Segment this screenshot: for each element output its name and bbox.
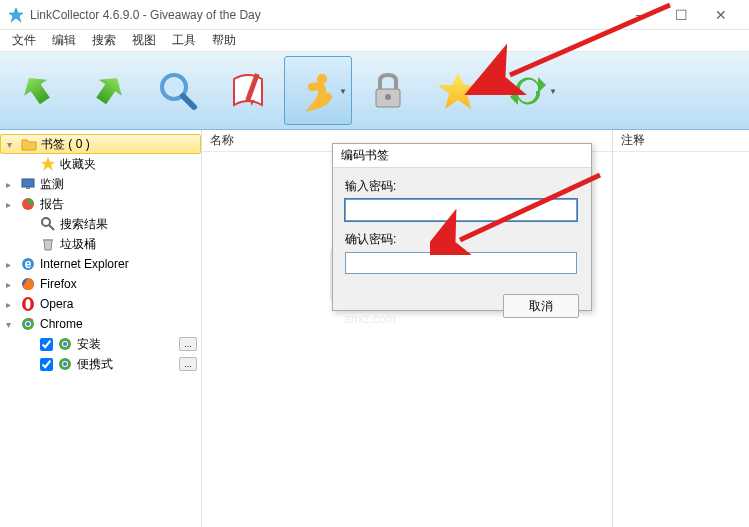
svg-rect-12 bbox=[26, 187, 30, 189]
tree-label: 便携式 bbox=[77, 356, 175, 373]
expand-icon[interactable]: ▸ bbox=[0, 259, 16, 270]
tree-label: 书签 ( 0 ) bbox=[41, 136, 196, 153]
password-dialog: 编码书签 输入密码: 确认密码: 取消 bbox=[332, 143, 592, 311]
tree-label: 报告 bbox=[40, 196, 197, 213]
toolbar-info-button[interactable]: ▼ bbox=[284, 56, 352, 125]
window-controls: ─ ☐ ✕ bbox=[621, 1, 741, 29]
menu-edit[interactable]: 编辑 bbox=[44, 30, 84, 51]
ie-icon: e bbox=[20, 256, 36, 272]
toolbar-search-button[interactable] bbox=[144, 56, 212, 125]
menubar: 文件 编辑 搜索 视图 工具 帮助 bbox=[0, 30, 749, 52]
svg-line-15 bbox=[49, 225, 54, 230]
app-icon bbox=[8, 7, 24, 23]
tree-item-monitor[interactable]: ▸ 监测 bbox=[0, 174, 201, 194]
window-title: LinkCollector 4.6.9.0 - Giveaway of the … bbox=[30, 8, 621, 22]
svg-point-30 bbox=[63, 362, 67, 366]
dialog-body: 输入密码: 确认密码: bbox=[333, 168, 591, 294]
firefox-icon bbox=[20, 276, 36, 292]
tree-item-chrome[interactable]: ▾ Chrome bbox=[0, 314, 201, 334]
toolbar-lock-button[interactable] bbox=[354, 56, 422, 125]
expand-icon[interactable]: ▸ bbox=[0, 299, 16, 310]
tree-label: Chrome bbox=[40, 317, 197, 331]
tree-label: 安装 bbox=[77, 336, 175, 353]
svg-line-3 bbox=[183, 96, 194, 107]
svg-point-27 bbox=[63, 342, 67, 346]
toolbar-export-button[interactable] bbox=[74, 56, 142, 125]
sidebar: ▾ 书签 ( 0 ) 收藏夹 ▸ 监测 ▸ 报告 bbox=[0, 130, 202, 527]
tree-item-report[interactable]: ▸ 报告 bbox=[0, 194, 201, 214]
tree-label: 收藏夹 bbox=[60, 156, 197, 173]
report-icon bbox=[20, 196, 36, 212]
column-notes: 注释 bbox=[613, 130, 750, 527]
tree-item-search-results[interactable]: 搜索结果 bbox=[0, 214, 201, 234]
opera-icon bbox=[20, 296, 36, 312]
chrome-icon bbox=[57, 336, 73, 352]
toolbar-edit-button[interactable] bbox=[214, 56, 282, 125]
tree-item-opera[interactable]: ▸ Opera bbox=[0, 294, 201, 314]
svg-point-21 bbox=[26, 299, 31, 309]
dialog-title: 编码书签 bbox=[333, 144, 591, 168]
expand-icon[interactable]: ▸ bbox=[0, 179, 16, 190]
password-label: 输入密码: bbox=[345, 178, 579, 195]
tree-item-ie[interactable]: ▸ e Internet Explorer bbox=[0, 254, 201, 274]
confirm-password-label: 确认密码: bbox=[345, 231, 579, 248]
menu-search[interactable]: 搜索 bbox=[84, 30, 124, 51]
close-button[interactable]: ✕ bbox=[701, 1, 741, 29]
maximize-button[interactable]: ☐ bbox=[661, 1, 701, 29]
svg-rect-16 bbox=[43, 239, 53, 241]
tree-label: Opera bbox=[40, 297, 197, 311]
more-button[interactable]: ... bbox=[179, 337, 197, 351]
menu-file[interactable]: 文件 bbox=[4, 30, 44, 51]
expand-icon[interactable]: ▸ bbox=[0, 199, 16, 210]
svg-text:e: e bbox=[25, 257, 32, 271]
svg-point-14 bbox=[42, 218, 50, 226]
menu-help[interactable]: 帮助 bbox=[204, 30, 244, 51]
expand-icon[interactable]: ▸ bbox=[0, 279, 16, 290]
tree-label: Firefox bbox=[40, 277, 197, 291]
column-header-notes[interactable]: 注释 bbox=[613, 130, 750, 152]
folder-icon bbox=[21, 136, 37, 152]
list-body bbox=[613, 152, 750, 527]
svg-point-24 bbox=[26, 322, 30, 326]
tree-label: 搜索结果 bbox=[60, 216, 197, 233]
svg-marker-9 bbox=[438, 73, 478, 109]
dropdown-arrow-icon: ▼ bbox=[549, 86, 557, 95]
trash-icon bbox=[40, 236, 56, 252]
svg-point-8 bbox=[385, 94, 391, 100]
tree-item-chrome-install[interactable]: 安装 ... bbox=[0, 334, 201, 354]
more-button[interactable]: ... bbox=[179, 357, 197, 371]
tree-item-trash[interactable]: 垃圾桶 bbox=[0, 234, 201, 254]
tree-label: 垃圾桶 bbox=[60, 236, 197, 253]
tree-item-chrome-portable[interactable]: 便携式 ... bbox=[0, 354, 201, 374]
expand-icon[interactable]: ▾ bbox=[1, 139, 17, 150]
cancel-button[interactable]: 取消 bbox=[503, 294, 579, 318]
password-input[interactable] bbox=[345, 199, 577, 221]
star-icon bbox=[40, 156, 56, 172]
tree-item-bookmarks[interactable]: ▾ 书签 ( 0 ) bbox=[0, 134, 201, 154]
search-icon bbox=[40, 216, 56, 232]
toolbar: ▼ ▼ bbox=[0, 52, 749, 130]
confirm-password-input[interactable] bbox=[345, 252, 577, 274]
tree: ▾ 书签 ( 0 ) 收藏夹 ▸ 监测 ▸ 报告 bbox=[0, 130, 201, 378]
dialog-buttons: 取消 bbox=[333, 294, 591, 318]
tree-label: Internet Explorer bbox=[40, 257, 197, 271]
menu-view[interactable]: 视图 bbox=[124, 30, 164, 51]
expand-icon[interactable]: ▾ bbox=[0, 319, 16, 330]
tree-label: 监测 bbox=[40, 176, 197, 193]
minimize-button[interactable]: ─ bbox=[621, 1, 661, 29]
chrome-icon bbox=[57, 356, 73, 372]
menu-tools[interactable]: 工具 bbox=[164, 30, 204, 51]
monitor-icon bbox=[20, 176, 36, 192]
svg-marker-0 bbox=[9, 8, 23, 22]
dropdown-arrow-icon: ▼ bbox=[339, 86, 347, 95]
checkbox-portable[interactable] bbox=[40, 358, 53, 371]
tree-item-firefox[interactable]: ▸ Firefox bbox=[0, 274, 201, 294]
chrome-icon bbox=[20, 316, 36, 332]
svg-point-2 bbox=[165, 78, 183, 96]
toolbar-refresh-button[interactable]: ▼ bbox=[494, 56, 562, 125]
toolbar-import-button[interactable] bbox=[4, 56, 72, 125]
titlebar: LinkCollector 4.6.9.0 - Giveaway of the … bbox=[0, 0, 749, 30]
tree-item-favorites[interactable]: 收藏夹 bbox=[0, 154, 201, 174]
toolbar-star-button[interactable] bbox=[424, 56, 492, 125]
checkbox-install[interactable] bbox=[40, 338, 53, 351]
